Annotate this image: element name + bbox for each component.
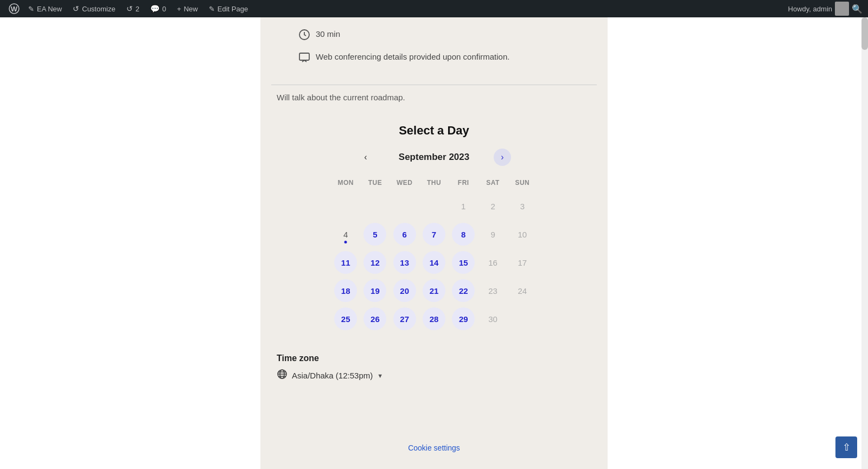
calendar-day[interactable]: 27 [390, 306, 419, 332]
roadmap-text: Will talk about the current roadmap. [260, 85, 608, 113]
calendar-day: 23 [478, 278, 507, 304]
calendar-day: 3 [508, 193, 537, 219]
calendar-day: 10 [508, 221, 537, 247]
calendar-day[interactable]: 18 [331, 278, 360, 304]
adminbar-comments[interactable]: 💬 0 [145, 0, 171, 17]
wp-logo[interactable]: W [5, 0, 23, 17]
prev-month-button[interactable]: ‹ [357, 149, 374, 166]
calendar-day: 24 [508, 278, 537, 304]
globe-icon [277, 369, 288, 382]
calendar-day[interactable]: 13 [390, 249, 419, 275]
admin-bar: W ✎ EA New ↺ Customize ↺ 2 💬 0 + New ✎ E… [0, 0, 868, 17]
search-icon[interactable]: 🔍 [852, 4, 863, 14]
scrollbar-thumb[interactable] [861, 17, 868, 50]
calendar-day[interactable]: 6 [390, 221, 419, 247]
scroll-to-top-button[interactable]: ⇧ [835, 436, 857, 458]
calendar-day: 1 [449, 193, 478, 219]
customize-label: Customize [82, 5, 115, 13]
adminbar-customize[interactable]: ↺ Customize [67, 0, 120, 17]
calendar-day[interactable]: 14 [419, 249, 449, 275]
calendar-day [390, 193, 419, 219]
calendar-day[interactable]: 29 [449, 306, 478, 332]
day-headers: MON TUE WED THU FRI SAT SUN [331, 177, 537, 189]
svg-rect-3 [299, 53, 309, 60]
calendar-day[interactable]: 4 [331, 221, 360, 247]
customize-icon: ↺ [73, 4, 79, 13]
day-header-sun: SUN [508, 177, 537, 189]
calendar-day[interactable]: 21 [419, 278, 449, 304]
calendar-days: 1234567891011121314151617181920212223242… [331, 193, 537, 332]
adminbar-ea-new[interactable]: ✎ EA New [23, 0, 67, 17]
avatar[interactable] [835, 2, 849, 16]
edit-icon: ✎ [209, 5, 215, 13]
duration-text: 30 min [316, 28, 340, 41]
adminbar-right: Howdy, admin 🔍 [788, 2, 863, 16]
main-panel: 30 min Web conferencing details provided… [260, 17, 608, 469]
cookie-settings-link[interactable]: Cookie settings [408, 444, 460, 452]
comments-icon: 💬 [150, 4, 159, 13]
comments-count: 0 [162, 5, 166, 13]
calendar-day[interactable]: 28 [419, 306, 449, 332]
calendar-grid: MON TUE WED THU FRI SAT SUN 123456789101… [331, 177, 537, 332]
calendar-day[interactable]: 22 [449, 278, 478, 304]
conferencing-row: Web conferencing details provided upon c… [298, 51, 570, 66]
cookie-settings-section: Cookie settings [260, 432, 608, 464]
calendar-day[interactable]: 15 [449, 249, 478, 275]
calendar-day: 30 [478, 306, 507, 332]
timezone-label: Time zone [277, 354, 591, 363]
calendar-day: 2 [478, 193, 507, 219]
calendar-day [360, 193, 390, 219]
scrollbar-track[interactable] [861, 17, 868, 469]
timezone-section: Time zone Asia/Dhaka (12:53pm) ▼ [260, 343, 608, 388]
new-label: New [184, 5, 198, 13]
clock-icon [298, 29, 310, 43]
calendar-title: Select a Day [277, 124, 591, 138]
calendar-day[interactable]: 20 [390, 278, 419, 304]
left-spacer [0, 17, 260, 469]
calendar-day: 17 [508, 249, 537, 275]
calendar-day[interactable]: 19 [360, 278, 390, 304]
calendar-day: 9 [478, 221, 507, 247]
calendar-day[interactable]: 5 [360, 221, 390, 247]
calendar-day[interactable]: 11 [331, 249, 360, 275]
new-icon: + [177, 5, 181, 13]
calendar-day[interactable]: 26 [360, 306, 390, 332]
calendar-day[interactable]: 12 [360, 249, 390, 275]
day-header-fri: FRI [449, 177, 478, 189]
revisions-icon: ↺ [126, 4, 133, 13]
timezone-dropdown-icon: ▼ [377, 372, 383, 379]
calendar-day: 16 [478, 249, 507, 275]
duration-row: 30 min [298, 28, 570, 43]
ea-new-label: EA New [37, 5, 62, 13]
calendar-day [419, 193, 449, 219]
calendar-day [508, 306, 537, 332]
calendar-nav: ‹ September 2023 › [277, 149, 591, 166]
calendar-section: Select a Day ‹ September 2023 › MON TUE … [260, 113, 608, 343]
svg-text:W: W [11, 5, 18, 13]
adminbar-edit-page[interactable]: ✎ Edit Page [203, 0, 253, 17]
timezone-selector[interactable]: Asia/Dhaka (12:53pm) ▼ [277, 369, 591, 382]
day-header-sat: SAT [478, 177, 507, 189]
page-wrapper: 30 min Web conferencing details provided… [0, 17, 868, 469]
edit-page-label: Edit Page [218, 5, 248, 13]
howdy-text: Howdy, admin [788, 5, 832, 13]
calendar-day[interactable]: 8 [449, 221, 478, 247]
day-header-mon: MON [331, 177, 360, 189]
pencil-icon: ✎ [28, 5, 34, 13]
next-month-button[interactable]: › [494, 149, 511, 166]
calendar-day[interactable]: 7 [419, 221, 449, 247]
calendar-day [331, 193, 360, 219]
calendar-day[interactable]: 25 [331, 306, 360, 332]
monitor-icon [298, 52, 310, 66]
timezone-value: Asia/Dhaka (12:53pm) [292, 371, 373, 380]
revisions-count: 2 [136, 5, 139, 13]
day-header-tue: TUE [360, 177, 390, 189]
adminbar-new[interactable]: + New [171, 0, 203, 17]
day-header-thu: THU [419, 177, 449, 189]
conferencing-text: Web conferencing details provided upon c… [316, 51, 509, 63]
right-spacer [608, 17, 868, 469]
day-header-wed: WED [390, 177, 419, 189]
month-label: September 2023 [385, 152, 483, 163]
adminbar-revisions[interactable]: ↺ 2 [121, 0, 145, 17]
